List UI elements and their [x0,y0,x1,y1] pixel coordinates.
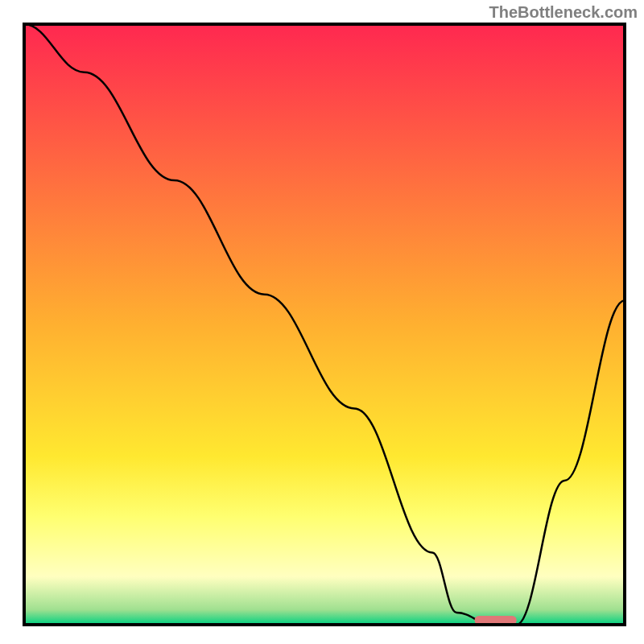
gradient-background [24,24,625,625]
plot-area [24,24,625,625]
chart-svg [0,0,644,644]
watermark-text: TheBottleneck.com [489,3,638,22]
chart-container: TheBottleneck.com [0,0,644,644]
